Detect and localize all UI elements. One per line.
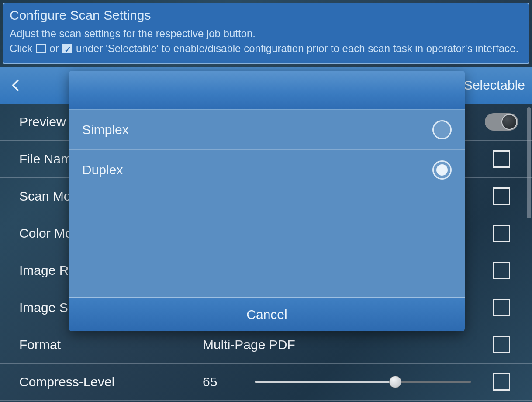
selectable-checkbox[interactable] — [493, 187, 510, 205]
radio-icon — [432, 160, 452, 180]
scan-mode-modal: Simplex Duplex Cancel — [69, 71, 465, 331]
row-value: 65 — [203, 374, 255, 389]
selectable-column-header: Selectable — [464, 78, 525, 93]
checked-box-icon — [62, 44, 72, 53]
option-label: Duplex — [82, 163, 432, 177]
header-title: Configure Scan Settings — [10, 8, 522, 23]
header-line-2-mid: or — [49, 42, 62, 54]
row-format[interactable]: Format Multi-Page PDF — [0, 326, 532, 364]
selectable-checkbox[interactable] — [493, 373, 510, 391]
preview-toggle[interactable] — [485, 113, 518, 131]
modal-body: Simplex Duplex — [69, 109, 465, 297]
selectable-checkbox[interactable] — [493, 299, 510, 316]
row-label: Compress-Level — [19, 374, 203, 389]
header-line-2-pre: Click — [10, 42, 35, 54]
option-simplex[interactable]: Simplex — [69, 110, 465, 150]
unchecked-box-icon — [36, 44, 46, 53]
selectable-checkbox[interactable] — [493, 336, 510, 353]
cancel-button[interactable]: Cancel — [69, 297, 465, 331]
back-button[interactable] — [7, 76, 24, 94]
selectable-checkbox[interactable] — [493, 225, 510, 242]
selectable-checkbox[interactable] — [493, 150, 510, 168]
radio-icon — [432, 120, 452, 139]
option-label: Simplex — [82, 122, 432, 137]
compress-slider[interactable] — [255, 381, 471, 383]
header-info-box: Configure Scan Settings Adjust the scan … — [3, 3, 529, 64]
scrollbar-thumb[interactable] — [527, 107, 531, 218]
row-value: Multi-Page PDF — [203, 337, 484, 352]
modal-header — [69, 71, 465, 109]
header-line-2-post: under 'Selectable' to enable/disable con… — [76, 42, 518, 54]
cancel-label: Cancel — [246, 307, 287, 322]
header-line-1: Adjust the scan settings for the respect… — [10, 26, 522, 41]
row-compress-level[interactable]: Compress-Level 65 — [0, 364, 532, 401]
chevron-left-icon — [9, 76, 22, 94]
header-line-2: Click or under 'Selectable' to enable/di… — [10, 41, 522, 56]
row-label: Format — [19, 337, 203, 352]
selectable-checkbox[interactable] — [493, 262, 510, 279]
option-duplex[interactable]: Duplex — [69, 150, 465, 190]
